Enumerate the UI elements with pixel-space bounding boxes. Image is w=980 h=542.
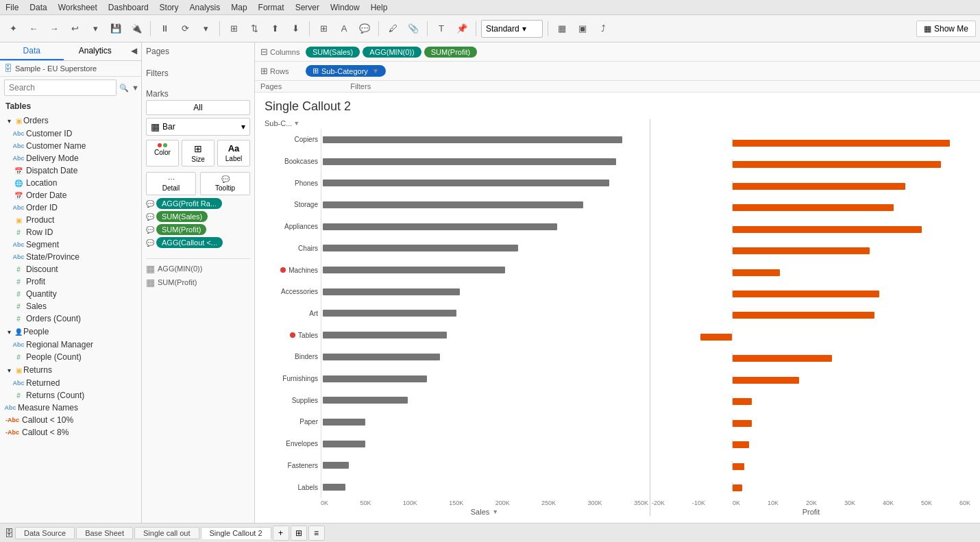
duplicate-sheet-btn[interactable]: ⊞ (291, 526, 307, 541)
more-sheets-btn[interactable]: ≡ (308, 526, 325, 541)
menu-dashboard[interactable]: Dashboard (108, 3, 149, 12)
tab-data[interactable]: Data (0, 42, 64, 60)
tree-item-measure-names[interactable]: Abc Measure Names (0, 402, 141, 414)
pin-btn[interactable]: 📌 (453, 20, 471, 38)
new-btn[interactable]: ✦ (4, 20, 22, 38)
sort-desc[interactable]: ⬇ (286, 20, 304, 38)
row-pill-subcategory[interactable]: ⊞ Sub-Category ▼ (306, 65, 386, 77)
tab-single-callout[interactable]: Single call out (134, 527, 199, 539)
back-btn[interactable]: ← (25, 20, 42, 38)
new-sheet-btn[interactable]: + (273, 526, 289, 541)
datasource-icon-bottom[interactable]: 🗄 (4, 528, 14, 539)
menu-analysis[interactable]: Analysis (190, 3, 221, 12)
refresh-dropdown[interactable]: ▾ (197, 20, 215, 38)
forward-btn[interactable]: → (45, 20, 63, 38)
menu-data[interactable]: Data (29, 3, 47, 12)
save-btn[interactable]: 💾 (107, 20, 125, 38)
tab-analytics[interactable]: Analytics (64, 42, 127, 60)
tree-item-order-date[interactable]: 📅 Order Date (0, 189, 141, 201)
label-btn[interactable]: Aa Label (217, 140, 250, 167)
marks-all-btn[interactable]: All (146, 100, 250, 115)
tree-item-discount[interactable]: # Discount (0, 263, 141, 275)
pill-sum-profit[interactable]: SUM(Profit) (156, 224, 206, 235)
tab-base-sheet[interactable]: Base Sheet (76, 527, 133, 539)
search-input[interactable] (4, 79, 117, 96)
col-pill-sales[interactable]: SUM(Sales) (306, 47, 360, 58)
undo-btn[interactable]: ↩ (66, 20, 84, 38)
pill-agg-callout[interactable]: AGG(Callout <... (156, 237, 223, 248)
label-btn[interactable]: A (335, 20, 353, 38)
tree-item-returns-count[interactable]: # Returns (Count) (0, 389, 141, 402)
tree-item-profit[interactable]: # Profit (0, 275, 141, 288)
filter-icon[interactable]: ▼ (372, 67, 379, 75)
tab-data-source[interactable]: Data Source (15, 527, 75, 539)
tree-item-location[interactable]: 🌐 Location (0, 177, 141, 189)
tree-item-customer-id[interactable]: Abc Customer ID (0, 127, 141, 140)
tooltip-btn[interactable]: 💬 Tooltip (200, 172, 250, 195)
pause-btn[interactable]: ⏸ (156, 20, 173, 38)
swap-btn[interactable]: ⇅ (245, 20, 263, 38)
menu-story[interactable]: Story (160, 3, 179, 12)
add-datasource[interactable]: 🔌 (127, 20, 145, 38)
size-btn[interactable]: ⊞ Size (182, 140, 215, 167)
profit-inner (653, 132, 969, 498)
refresh-btn[interactable]: ⟳ (176, 20, 194, 38)
item-label: Row ID (26, 227, 53, 237)
subcat-filter-icon[interactable]: ▼ (293, 120, 299, 127)
tree-item-order-id[interactable]: Abc Order ID (0, 201, 141, 214)
view-dropdown[interactable]: Standard ▾ (481, 20, 543, 38)
tree-group-orders[interactable]: ▾ ▣ Orders (0, 114, 141, 127)
tree-group-returns[interactable]: ▾ ▣ Returns (0, 363, 141, 377)
tree-item-people-count[interactable]: # People (Count) (0, 351, 141, 363)
tree-item-row-id[interactable]: # Row ID (0, 226, 141, 238)
pill-sum-sales[interactable]: SUM(Sales) (156, 211, 208, 222)
menu-format[interactable]: Format (258, 3, 284, 12)
share-btn[interactable]: ⤴ (594, 20, 612, 38)
undo-dropdown[interactable]: ▾ (86, 20, 104, 38)
dashboard-btn[interactable]: ▦ (553, 20, 571, 38)
tree-item-delivery-mode[interactable]: Abc Delivery Mode (0, 152, 141, 164)
sep6 (476, 21, 476, 36)
tree-item-quantity[interactable]: # Quantity (0, 288, 141, 300)
datasource-name[interactable]: Sample - EU Superstore (15, 64, 97, 73)
menu-map[interactable]: Map (231, 3, 247, 12)
tree-group-people[interactable]: ▾ 👤 People (0, 325, 141, 338)
sort-asc[interactable]: ⬆ (266, 20, 284, 38)
group-btn[interactable]: ⊞ (315, 20, 332, 38)
filter-toggle[interactable]: ▼ (132, 80, 139, 95)
tree-item-segment[interactable]: Abc Segment (0, 238, 141, 251)
search-button[interactable]: 🔍 (119, 80, 129, 95)
col-pill-profit[interactable]: SUM(Profit) (424, 47, 477, 58)
menu-help[interactable]: Help (371, 3, 388, 12)
menu-worksheet[interactable]: Worksheet (58, 3, 97, 12)
story-btn[interactable]: ▣ (574, 20, 591, 38)
profit-row-paper (653, 418, 969, 428)
tree-item-customer-name[interactable]: Abc Customer Name (0, 140, 141, 152)
tree-item-regional-manager[interactable]: Abc Regional Manager (0, 338, 141, 351)
tree-item-callout-10[interactable]: -Abc Callout < 10% (0, 414, 141, 426)
fit-btn[interactable]: ⊞ (225, 20, 243, 38)
detail-btn[interactable]: ⋯ Detail (146, 172, 196, 195)
tree-item-dispatch-date[interactable]: 📅 Dispatch Date (0, 164, 141, 177)
color-btn[interactable]: Color (146, 140, 179, 167)
menu-file[interactable]: File (5, 3, 19, 12)
sales-sort-icon[interactable]: ▼ (492, 508, 498, 515)
panel-collapse[interactable]: ◀ (127, 42, 141, 60)
tab-single-callout-2[interactable]: Single Callout 2 (201, 527, 271, 539)
tooltip-btn[interactable]: 💬 (356, 20, 373, 38)
highlight-btn[interactable]: 🖊 (384, 20, 402, 38)
menu-window[interactable]: Window (330, 3, 360, 12)
tree-item-sales[interactable]: # Sales (0, 300, 141, 312)
pill-agg-profit[interactable]: AGG(Profit Ra... (156, 198, 222, 209)
tree-item-product[interactable]: ▣ Product (0, 214, 141, 226)
tree-item-orders-count[interactable]: # Orders (Count) (0, 312, 141, 325)
tree-item-state[interactable]: Abc State/Province (0, 251, 141, 263)
menu-server[interactable]: Server (295, 3, 319, 12)
annotate-btn[interactable]: 📎 (404, 20, 422, 38)
mark-type-dropdown[interactable]: ▦ Bar ▾ (146, 118, 250, 136)
tree-item-returned[interactable]: Abc Returned (0, 377, 141, 389)
text-btn[interactable]: T (432, 20, 450, 38)
tree-item-callout-8[interactable]: -Abc Callout < 8% (0, 426, 141, 439)
show-me-button[interactable]: ▦ Show Me (916, 21, 976, 37)
col-pill-min[interactable]: AGG(MIN(0)) (363, 47, 421, 58)
